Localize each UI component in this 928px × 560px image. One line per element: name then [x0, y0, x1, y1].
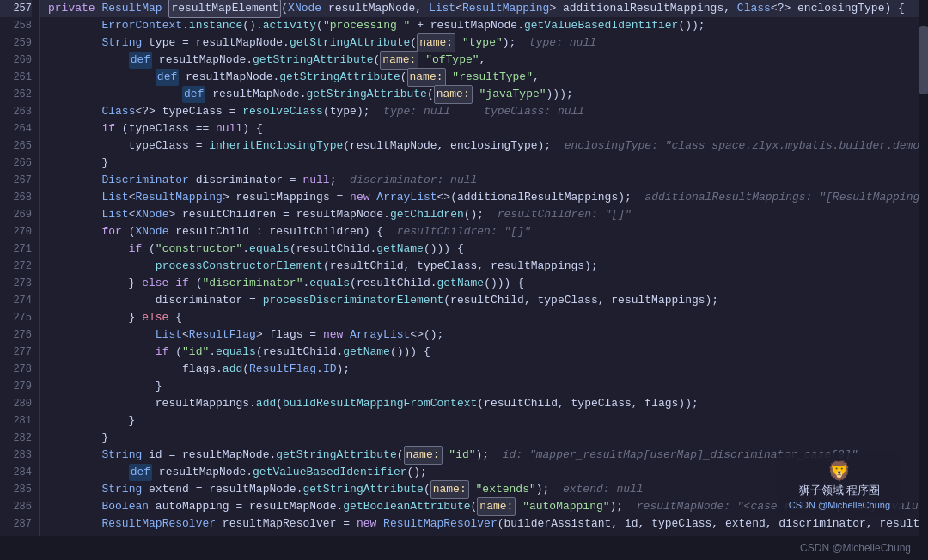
line-272: 272 — [0, 258, 32, 275]
code-line-262: def resultMapNode.getStringAttribute(nam… — [40, 86, 928, 103]
code-line-258: ErrorContext.instance().activity("proces… — [40, 17, 928, 34]
vertical-scrollbar[interactable] — [919, 0, 928, 560]
code-line-271: if ("constructor".equals(resultChild.get… — [40, 240, 928, 258]
code-line-279: } — [40, 378, 928, 395]
watermark-title: 狮子领域 程序圈 — [799, 483, 881, 498]
line-261: 261 — [0, 69, 32, 86]
code-line-257: private ResultMap resultMapElement(XNode… — [40, 0, 928, 17]
line-284: 284 — [0, 464, 32, 481]
line-258: 258 — [0, 17, 32, 34]
code-line-278: flags.add(ResultFlag.ID); — [40, 361, 928, 378]
line-263: 263 — [0, 103, 32, 120]
code-line-281: } — [40, 412, 928, 429]
status-text: CSDN @MichelleChung — [800, 542, 911, 554]
line-282: 282 — [0, 429, 32, 447]
line-269: 269 — [0, 206, 32, 223]
line-286: 286 — [0, 498, 32, 515]
code-line-269: List<XNode> resultChildren = resultMapNo… — [40, 206, 928, 223]
watermark: 🦁 狮子领域 程序圈 CSDN @MichelleChung — [777, 453, 902, 517]
line-287: 287 — [0, 515, 32, 533]
line-280: 280 — [0, 395, 32, 412]
line-275: 275 — [0, 309, 32, 326]
line-number-gutter: 257 258 259 260 261 262 263 264 265 266 … — [0, 0, 40, 560]
line-285: 285 — [0, 481, 32, 498]
scrollbar-thumb[interactable] — [919, 26, 928, 94]
code-line-264: if (typeClass == null) { — [40, 120, 928, 137]
code-line-263: Class<?> typeClass = resolveClass(type);… — [40, 103, 928, 120]
watermark-subtitle: CSDN @MichelleChung — [789, 500, 890, 510]
code-line-277: if ("id".equals(resultChild.getName())) … — [40, 344, 928, 361]
line-267: 267 — [0, 172, 32, 189]
line-260: 260 — [0, 52, 32, 69]
line-270: 270 — [0, 223, 32, 240]
line-274: 274 — [0, 292, 32, 309]
code-line-261: def resultMapNode.getStringAttribute(nam… — [40, 69, 928, 86]
line-265: 265 — [0, 137, 32, 155]
status-bar: CSDN @MichelleChung — [0, 536, 928, 560]
code-line-272: processConstructorElement(resultChild, t… — [40, 258, 928, 275]
line-277: 277 — [0, 344, 32, 361]
code-line-265: typeClass = inheritEnclosingType(resultM… — [40, 137, 928, 155]
line-264: 264 — [0, 120, 32, 137]
code-line-260: def resultMapNode.getStringAttribute(nam… — [40, 52, 928, 69]
code-line-280: resultMappings.add(buildResultMappingFro… — [40, 395, 928, 412]
line-278: 278 — [0, 361, 32, 378]
line-259: 259 — [0, 34, 32, 52]
line-283: 283 — [0, 447, 32, 464]
code-line-282: } — [40, 429, 928, 447]
line-276: 276 — [0, 326, 32, 344]
code-line-270: for (XNode resultChild : resultChildren)… — [40, 223, 928, 240]
code-line-273: } else if ("discriminator".equals(result… — [40, 275, 928, 292]
line-268: 268 — [0, 189, 32, 206]
line-271: 271 — [0, 240, 32, 258]
line-266: 266 — [0, 155, 32, 172]
code-line-274: discriminator = processDiscriminatorElem… — [40, 292, 928, 309]
code-line-259: String type = resultMapNode.getStringAtt… — [40, 34, 928, 52]
code-line-275: } else { — [40, 309, 928, 326]
line-262: 262 — [0, 86, 32, 103]
line-257: 257 — [0, 0, 32, 17]
watermark-icon: 🦁 — [827, 460, 851, 483]
line-279: 279 — [0, 378, 32, 395]
code-line-276: List<ResultFlag> flags = new ArrayList<>… — [40, 326, 928, 344]
code-line-268: List<ResultMapping> resultMappings = new… — [40, 189, 928, 206]
code-line-267: Discriminator discriminator = null; disc… — [40, 172, 928, 189]
code-line-266: } — [40, 155, 928, 172]
line-273: 273 — [0, 275, 32, 292]
code-editor: 257 258 259 260 261 262 263 264 265 266 … — [0, 0, 928, 560]
line-281: 281 — [0, 412, 32, 429]
code-line-287: ResultMapResolver resultMapResolver = ne… — [40, 515, 928, 533]
